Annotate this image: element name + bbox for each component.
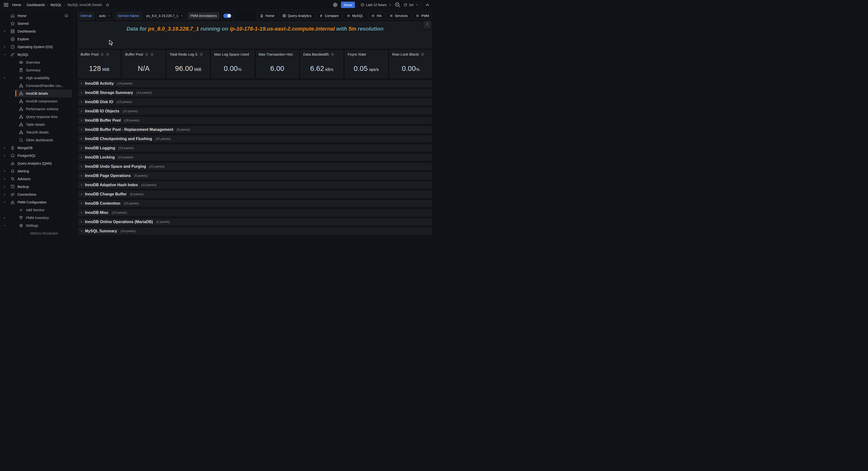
panel-menu-kebab[interactable] xyxy=(424,21,431,29)
sidebar-item-other-dashboards[interactable]: Other dashboards xyxy=(0,136,72,144)
menu-icon[interactable] xyxy=(3,2,9,8)
chevron-right-icon[interactable] xyxy=(3,193,6,196)
expander[interactable] xyxy=(3,198,6,206)
external-link-icon[interactable] xyxy=(106,53,109,56)
sidebar-item-dashboards[interactable]: Dashboards xyxy=(0,27,72,35)
dashboard-row-innodb-logging[interactable]: InnoDB Logging (19 panels) xyxy=(78,144,432,152)
refresh-icon[interactable] xyxy=(403,3,407,7)
refresh-picker[interactable]: 1m xyxy=(403,3,419,7)
sidebar-item-pmm-inventory[interactable]: PMM Inventory xyxy=(0,214,72,222)
expander[interactable] xyxy=(3,43,6,51)
dashboard-row-innodb-storage-summary[interactable]: InnoDB Storage Summary (14 panels) xyxy=(78,89,432,96)
sidebar-item-metrics-resolution[interactable]: Metrics Resolution xyxy=(0,229,72,235)
dashboard-settings-icon[interactable] xyxy=(332,2,338,8)
sidebar-item-starred[interactable]: Starred xyxy=(0,20,72,27)
dashboard-row-innodb-online-operations-mariadb[interactable]: InnoDB Online Operations (MariaDB) (2 pa… xyxy=(78,218,432,226)
pmm-annotations-toggle[interactable] xyxy=(223,13,231,18)
expander[interactable] xyxy=(3,144,6,152)
sidebar-item-tokudb-details[interactable]: TokuDB details xyxy=(0,128,72,136)
external-link-icon[interactable] xyxy=(150,53,154,56)
zoom-out-icon[interactable] xyxy=(395,2,401,8)
dashboard-row-innodb-change-buffer[interactable]: InnoDB Change Buffer (8 panels) xyxy=(78,190,432,198)
breadcrumb-item-home[interactable]: Home xyxy=(12,3,21,7)
dashboard-row-innodb-disk-io[interactable]: InnoDB Disk IO (19 panels) xyxy=(78,98,432,106)
sidebar-item-innodb-compression[interactable]: InnoDB compression xyxy=(0,97,72,105)
sidebar-item-add-service[interactable]: Add Service xyxy=(0,206,72,214)
nav-button-services[interactable]: Services xyxy=(386,12,411,20)
time-range-picker[interactable]: Last 12 hours xyxy=(361,3,392,7)
nav-button-query-analytics[interactable]: Query Analytics xyxy=(279,12,314,20)
stat-panel-header[interactable]: Total Redo Log S xyxy=(170,52,207,56)
breadcrumb-item-mysql[interactable]: MySQL xyxy=(51,3,62,7)
chevron-right-icon[interactable] xyxy=(3,30,6,33)
collapse-sidebar-button[interactable] xyxy=(65,12,68,20)
dashboard-row-innodb-contention[interactable]: InnoDB Contention (10 panels) xyxy=(78,200,432,207)
sidebar-item-query-response-time[interactable]: Query response time xyxy=(0,113,72,121)
stat-panel-header[interactable]: Data Bandwidth xyxy=(303,52,340,56)
nav-button-pmm[interactable]: PMM xyxy=(413,12,432,20)
sidebar-item-home[interactable]: Home xyxy=(0,12,72,20)
stat-panel-header[interactable]: Buffer Pool xyxy=(81,52,118,56)
expander[interactable] xyxy=(3,51,6,59)
nav-button-home[interactable]: Home xyxy=(257,12,277,20)
dashboard-row-innodb-buffer-pool[interactable]: InnoDB Buffer Pool (29 panels) xyxy=(78,117,432,124)
expander[interactable] xyxy=(3,27,6,35)
sidebar-item-pmm-configuration[interactable]: PMM Configuration xyxy=(0,198,72,206)
stat-panel-header[interactable]: Max Transaction Hist xyxy=(259,52,296,56)
sidebar-item-summary[interactable]: Summary xyxy=(0,66,72,74)
expander[interactable] xyxy=(3,74,6,82)
sidebar-item-settings[interactable]: Settings xyxy=(0,222,72,229)
dashboard-row-innodb-buffer-pool-replacement-management[interactable]: InnoDB Buffer Pool - Replacement Managem… xyxy=(78,126,432,133)
dashboard-row-mysql-summary[interactable]: MySQL Summary (14 panels) xyxy=(78,228,432,235)
chevron-down-sm-icon[interactable] xyxy=(3,201,6,204)
dashboard-row-innodb-locking[interactable]: InnoDB Locking (13 panels) xyxy=(78,154,432,161)
nav-button-ha[interactable]: HA xyxy=(368,12,384,20)
expander[interactable] xyxy=(3,222,6,229)
nav-button-compare[interactable]: Compare xyxy=(316,12,342,20)
interval-select[interactable]: auto xyxy=(96,12,113,20)
sidebar-item-alerting[interactable]: Alerting xyxy=(0,167,72,175)
share-button[interactable]: Share xyxy=(341,2,355,8)
info-icon[interactable] xyxy=(421,53,424,56)
dashboard-row-innodb-io-objects[interactable]: InnoDB IO Objects (10 panels) xyxy=(78,108,432,115)
info-icon[interactable] xyxy=(100,53,104,56)
nav-button-mysql[interactable]: MySQL xyxy=(344,12,367,20)
stat-panel-header[interactable]: Row Lock Blocki xyxy=(392,52,429,56)
sidebar-item-postgresql[interactable]: PostgreSQL xyxy=(0,152,72,159)
sidebar-item-innodb-details[interactable]: InnoDB details xyxy=(0,90,72,97)
dashboard-row-innodb-page-operations[interactable]: InnoDB Page Operations (5 panels) xyxy=(78,172,432,179)
sidebar-item-explore[interactable]: Explore xyxy=(0,35,72,43)
sidebar-item-connections[interactable]: Connections xyxy=(0,190,72,198)
sidebar-item-mysql[interactable]: MySQL xyxy=(0,51,72,59)
sidebar-item-command-handler-cou[interactable]: Command/Handler cou... xyxy=(0,82,72,90)
chevron-right-icon[interactable] xyxy=(3,177,6,180)
chevron-right-icon[interactable] xyxy=(3,170,6,173)
chevron-right-icon[interactable] xyxy=(3,146,6,149)
chevron-right-icon[interactable] xyxy=(3,185,6,188)
sidebar-item-high-availability[interactable]: High availability xyxy=(0,74,72,82)
collapse-topbar-icon[interactable] xyxy=(424,2,431,8)
info-icon[interactable] xyxy=(331,53,334,56)
expander[interactable] xyxy=(3,152,6,159)
sidebar-item-advisors[interactable]: Advisors xyxy=(0,175,72,183)
chevron-right-icon[interactable] xyxy=(3,154,6,157)
chevron-right-icon[interactable] xyxy=(3,46,6,48)
dashboard-row-innodb-undo-space-and-purging[interactable]: InnoDB Undo Space and Purging (21 panels… xyxy=(78,163,432,170)
expander[interactable] xyxy=(3,214,6,222)
service-name-select[interactable]: ps_8.0_3.19.228.7_1 xyxy=(144,12,186,20)
stat-panel-header[interactable]: Buffer Pool xyxy=(125,52,162,56)
dashboard-row-innodb-misc[interactable]: InnoDB Misc (10 panels) xyxy=(78,209,432,216)
expander[interactable] xyxy=(3,175,6,183)
sidebar-item-mongodb[interactable]: MongoDB xyxy=(0,144,72,152)
sidebar-item-table-details[interactable]: Table details xyxy=(0,121,72,128)
info-icon[interactable] xyxy=(145,53,148,56)
info-icon[interactable] xyxy=(199,53,203,56)
chevron-down-sm-icon[interactable] xyxy=(3,224,6,227)
breadcrumb-item-dashboards[interactable]: Dashboards xyxy=(27,3,45,7)
sidebar-item-performance-schema[interactable]: Performance schema xyxy=(0,105,72,113)
stat-panel-header[interactable]: Fsync Rate xyxy=(348,52,385,56)
sidebar-item-overview[interactable]: Overview xyxy=(0,59,72,66)
expander[interactable] xyxy=(3,183,6,190)
dashboard-row-innodb-checkpointing-and-flushing[interactable]: InnoDB Checkpointing and Flushing (31 pa… xyxy=(78,135,432,143)
dashboard-row-innodb-activity[interactable]: InnoDB Activity (14 panels) xyxy=(78,80,432,87)
